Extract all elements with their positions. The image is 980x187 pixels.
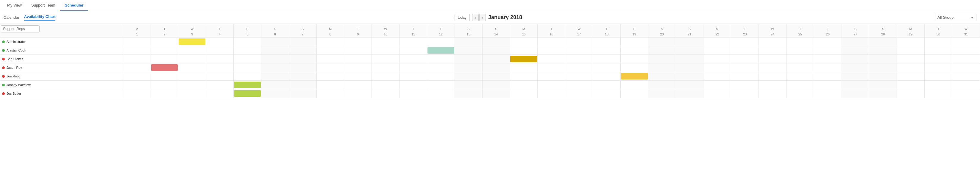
- day-cell: [703, 90, 731, 98]
- day-cell: [703, 81, 731, 90]
- day-cell: [344, 46, 372, 55]
- day-cell: [952, 72, 980, 81]
- day-cell: [234, 72, 261, 81]
- day-cell: [123, 72, 151, 81]
- day-cell: [759, 81, 786, 90]
- day-cell: [151, 64, 178, 72]
- day-cell: [620, 46, 648, 55]
- event-block[interactable]: [234, 82, 261, 88]
- next-button[interactable]: ›: [479, 14, 486, 21]
- day-cell: [676, 46, 703, 55]
- day-cell: [786, 72, 814, 81]
- day-cell: [593, 90, 621, 98]
- day-cell: [510, 81, 538, 90]
- person-name-label: Joe Root: [6, 74, 20, 78]
- day-cell: [538, 46, 565, 55]
- day-cell: [593, 64, 621, 72]
- tab-support-team[interactable]: Support Team: [27, 0, 60, 11]
- day-cell: [455, 64, 482, 72]
- people-body: AdministratorAlastair CookBen StokesJaso…: [0, 38, 980, 98]
- event-block[interactable]: [234, 90, 261, 97]
- day-letter-18: T: [593, 24, 621, 33]
- day-cell: [869, 72, 897, 81]
- day-cell: [372, 46, 399, 55]
- day-cell: [897, 46, 924, 55]
- event-block[interactable]: [621, 73, 648, 80]
- day-cell: [151, 46, 178, 55]
- day-cell: [952, 55, 980, 64]
- day-cell: [344, 55, 372, 64]
- day-cell: [565, 72, 593, 81]
- day-letter-2: T: [151, 24, 178, 33]
- day-cell: [482, 81, 510, 90]
- day-cell: [731, 55, 759, 64]
- day-cell: [869, 38, 897, 46]
- day-cell: [178, 38, 206, 46]
- status-dot: [2, 75, 5, 78]
- day-cell: [427, 72, 455, 81]
- day-cell: [234, 64, 261, 72]
- tab-my-view[interactable]: My View: [2, 0, 27, 11]
- day-cell: [261, 81, 289, 90]
- person-name-cell: Joe Root: [0, 72, 123, 81]
- day-cell: [538, 90, 565, 98]
- day-cell: [344, 72, 372, 81]
- nav-arrows: ‹ ›: [472, 14, 486, 21]
- day-cell: [372, 64, 399, 72]
- event-block[interactable]: [510, 56, 537, 62]
- person-name-cell: Ben Stokes: [0, 55, 123, 64]
- day-cell: [593, 46, 621, 55]
- search-input[interactable]: [1, 25, 40, 32]
- day-cell: [261, 90, 289, 98]
- person-name-cell: Jos Butler: [0, 90, 123, 98]
- day-cell: [814, 38, 842, 46]
- day-num-11: 11: [399, 32, 427, 38]
- prev-button[interactable]: ‹: [472, 14, 479, 21]
- day-cell: [510, 64, 538, 72]
- group-select[interactable]: All Group Group A Group B: [935, 14, 977, 21]
- day-cell: [123, 55, 151, 64]
- day-cell: [178, 55, 206, 64]
- availability-chart-sub-tab[interactable]: Availability Chart: [24, 14, 56, 21]
- day-cell: [123, 81, 151, 90]
- day-cell: [731, 72, 759, 81]
- day-cell: [482, 72, 510, 81]
- day-letter-17: W: [565, 24, 593, 33]
- event-block[interactable]: [428, 47, 454, 54]
- day-cell: [123, 64, 151, 72]
- today-button[interactable]: today: [455, 14, 470, 21]
- tab-scheduler[interactable]: Scheduler: [60, 0, 88, 11]
- event-block[interactable]: [151, 64, 178, 71]
- person-name-label: Administrator: [6, 40, 26, 43]
- day-cell: [648, 38, 676, 46]
- day-cell: [814, 72, 842, 81]
- day-cell: [344, 64, 372, 72]
- day-cell: [234, 46, 261, 55]
- day-cell: [427, 46, 455, 55]
- day-cell: [538, 81, 565, 90]
- day-letter-28: S: [869, 24, 897, 33]
- day-letter-25: T: [786, 24, 814, 33]
- day-cell: [510, 38, 538, 46]
- event-block[interactable]: [179, 38, 205, 45]
- status-dot: [2, 84, 5, 86]
- day-letter-22: M: [703, 24, 731, 33]
- day-num-31: 31: [952, 32, 980, 38]
- day-cell: [317, 81, 344, 90]
- day-num-16: 16: [538, 32, 565, 38]
- day-cell: [648, 72, 676, 81]
- day-cell: [731, 46, 759, 55]
- calendar-sub-tab[interactable]: Calendar: [3, 15, 19, 20]
- day-cell: [261, 55, 289, 64]
- day-cell: [289, 81, 317, 90]
- day-letter-14: S: [482, 24, 510, 33]
- day-cell: [206, 72, 234, 81]
- person-name-label: Alastair Cook: [6, 48, 26, 52]
- table-row: Johnny Bairstow: [0, 81, 980, 90]
- day-cell: [455, 81, 482, 90]
- day-cell: [317, 55, 344, 64]
- day-cell: [676, 90, 703, 98]
- day-num-15: 15: [510, 32, 538, 38]
- day-cell: [261, 46, 289, 55]
- day-letter-1: M: [123, 24, 151, 33]
